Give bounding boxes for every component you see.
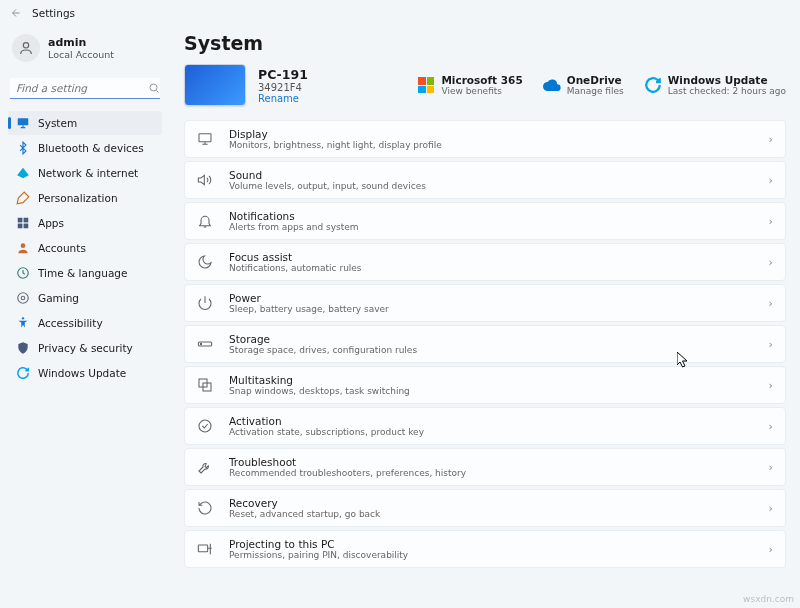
settings-card-sound[interactable]: SoundVolume levels, output, input, sound… (184, 161, 786, 199)
nav-item-network-internet[interactable]: Network & internet (8, 161, 162, 185)
moon-icon (197, 254, 215, 270)
pc-name: PC-191 (258, 67, 308, 82)
back-button[interactable] (10, 7, 22, 19)
settings-card-display[interactable]: DisplayMonitors, brightness, night light… (184, 120, 786, 158)
shield-icon (16, 341, 30, 355)
nav-item-system[interactable]: System (8, 111, 162, 135)
brush-icon (16, 191, 30, 205)
svg-point-0 (23, 43, 28, 48)
game-icon (16, 291, 30, 305)
chevron-right-icon: › (769, 543, 773, 556)
settings-card-power[interactable]: PowerSleep, battery usage, battery saver… (184, 284, 786, 322)
card-sub: Permissions, pairing PIN, discoverabilit… (229, 550, 408, 560)
svg-point-9 (18, 293, 29, 304)
nav-label: System (38, 117, 77, 129)
nav-item-bluetooth-devices[interactable]: Bluetooth & devices (8, 136, 162, 160)
recovery-icon (197, 500, 215, 516)
card-title: Recovery (229, 497, 380, 509)
nav-label: Accessibility (38, 317, 103, 329)
chevron-right-icon: › (769, 215, 773, 228)
card-title: Display (229, 128, 442, 140)
hero-tile-windows-update[interactable]: Windows UpdateLast checked: 2 hours ago (644, 74, 786, 96)
accessibility-icon (16, 316, 30, 330)
svg-rect-5 (18, 224, 23, 229)
svg-rect-6 (24, 224, 29, 229)
svg-rect-4 (24, 218, 29, 223)
hero-tile-sub: Last checked: 2 hours ago (668, 86, 786, 96)
card-sub: Alerts from apps and system (229, 222, 359, 232)
onedrive-icon (543, 76, 561, 94)
power-icon (197, 295, 215, 311)
nav-label: Network & internet (38, 167, 138, 179)
user-sub: Local Account (48, 49, 114, 60)
nav-item-privacy-security[interactable]: Privacy & security (8, 336, 162, 360)
card-title: Notifications (229, 210, 359, 222)
settings-card-activation[interactable]: ActivationActivation state, subscription… (184, 407, 786, 445)
nav-label: Bluetooth & devices (38, 142, 144, 154)
chevron-right-icon: › (769, 174, 773, 187)
chevron-right-icon: › (769, 256, 773, 269)
nav-item-accessibility[interactable]: Accessibility (8, 311, 162, 335)
card-title: Multitasking (229, 374, 410, 386)
card-title: Power (229, 292, 389, 304)
settings-card-notifications[interactable]: NotificationsAlerts from apps and system… (184, 202, 786, 240)
app-title: Settings (32, 7, 75, 19)
hero-tile-onedrive[interactable]: OneDriveManage files (543, 74, 624, 96)
troubleshoot-icon (197, 459, 215, 475)
wifi-icon (16, 166, 30, 180)
card-sub: Volume levels, output, input, sound devi… (229, 181, 426, 191)
nav-label: Time & language (38, 267, 127, 279)
svg-point-1 (150, 84, 157, 91)
nav-label: Apps (38, 217, 64, 229)
nav-item-accounts[interactable]: Accounts (8, 236, 162, 260)
nav-item-time-language[interactable]: Time & language (8, 261, 162, 285)
settings-card-projecting-to-this-pc[interactable]: Projecting to this PCPermissions, pairin… (184, 530, 786, 568)
settings-card-recovery[interactable]: RecoveryReset, advanced startup, go back… (184, 489, 786, 527)
hero-tile-microsoft-[interactable]: Microsoft 365View benefits (417, 74, 522, 96)
chevron-right-icon: › (769, 379, 773, 392)
user-account[interactable]: admin Local Account (8, 30, 162, 72)
update-icon (644, 76, 662, 94)
project-icon (197, 541, 215, 557)
hero-tile-title: Windows Update (668, 74, 786, 86)
activation-icon (197, 418, 215, 434)
svg-rect-18 (198, 545, 207, 552)
chevron-right-icon: › (769, 502, 773, 515)
grid-icon (16, 216, 30, 230)
person-icon (16, 241, 30, 255)
card-sub: Sleep, battery usage, battery saver (229, 304, 389, 314)
nav-item-apps[interactable]: Apps (8, 211, 162, 235)
hero-tile-sub: View benefits (441, 86, 522, 96)
settings-card-storage[interactable]: StorageStorage space, drives, configurat… (184, 325, 786, 363)
chevron-right-icon: › (769, 461, 773, 474)
m365-icon (417, 76, 435, 94)
settings-card-multitasking[interactable]: MultitaskingSnap windows, desktops, task… (184, 366, 786, 404)
settings-card-focus-assist[interactable]: Focus assistNotifications, automatic rul… (184, 243, 786, 281)
chevron-right-icon: › (769, 420, 773, 433)
watermark: wsxdn.com (743, 594, 794, 604)
card-title: Projecting to this PC (229, 538, 408, 550)
device-id: 34921F4 (258, 82, 308, 93)
nav-item-personalization[interactable]: Personalization (8, 186, 162, 210)
sound-icon (197, 172, 215, 188)
chevron-right-icon: › (769, 297, 773, 310)
card-sub: Monitors, brightness, night light, displ… (229, 140, 442, 150)
card-title: Sound (229, 169, 426, 181)
search-input[interactable] (16, 82, 148, 94)
nav-label: Windows Update (38, 367, 126, 379)
display-icon (16, 116, 30, 130)
multitask-icon (197, 377, 215, 393)
card-sub: Storage space, drives, configuration rul… (229, 345, 417, 355)
search-box[interactable] (10, 78, 160, 99)
hero-tile-title: Microsoft 365 (441, 74, 522, 86)
settings-card-troubleshoot[interactable]: TroubleshootRecommended troubleshooters,… (184, 448, 786, 486)
rename-link[interactable]: Rename (258, 93, 308, 104)
svg-point-17 (199, 420, 211, 432)
nav-item-windows-update[interactable]: Windows Update (8, 361, 162, 385)
search-icon (148, 82, 160, 94)
nav-label: Personalization (38, 192, 118, 204)
nav-label: Privacy & security (38, 342, 133, 354)
nav-item-gaming[interactable]: Gaming (8, 286, 162, 310)
card-title: Troubleshoot (229, 456, 466, 468)
device-thumbnail (184, 64, 246, 106)
